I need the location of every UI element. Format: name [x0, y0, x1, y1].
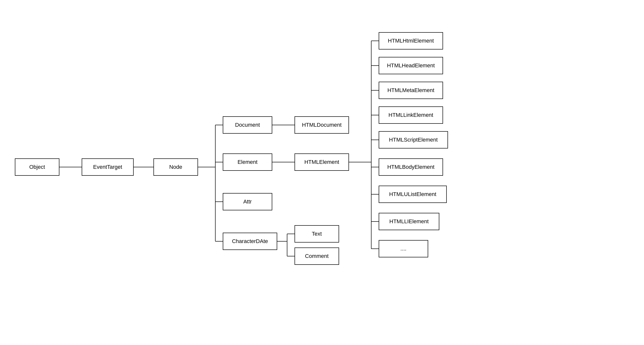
node-text: Text: [294, 225, 339, 242]
node-characterDate: CharacterDAte: [223, 233, 277, 250]
diagram: ObjectEventTargetNodeDocumentElementAttr…: [0, 0, 644, 345]
node-htmlHtmlElement: HTMLHtmlElement: [379, 32, 443, 50]
node-htmlElement: HTMLElement: [294, 154, 349, 171]
node-element: Element: [223, 154, 272, 171]
node-htmlHeadElement: HTMLHeadElement: [379, 57, 443, 74]
node-htmlUListElement: HTMLUListElement: [379, 186, 447, 203]
node-htmlDocument: HTMLDocument: [294, 116, 349, 134]
node-htmlBodyElement: HTMLBodyElement: [379, 158, 443, 176]
node-object: Object: [15, 158, 60, 176]
node-document: Document: [223, 116, 272, 134]
node-eventTarget: EventTarget: [82, 158, 134, 176]
node-attr: Attr: [223, 193, 272, 210]
node-comment: Comment: [294, 248, 339, 265]
node-htmlScriptElement: HTMLScriptElement: [379, 131, 448, 148]
node-htmlMetaElement: HTMLMetaElement: [379, 82, 443, 99]
node-node: Node: [154, 158, 198, 176]
node-ellipsis: ....: [379, 240, 428, 258]
node-htmlLinkElement: HTMLLinkElement: [379, 106, 443, 124]
node-htmlLIElement: HTMLLIElement: [379, 213, 439, 230]
